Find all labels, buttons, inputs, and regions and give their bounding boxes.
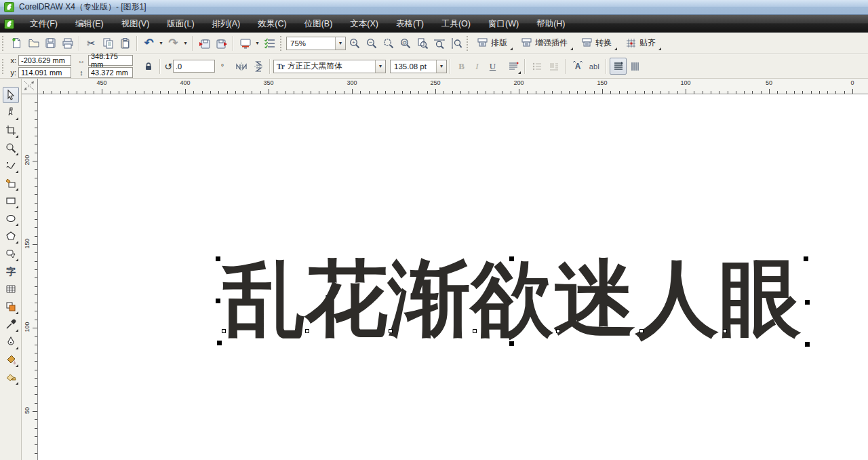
toolbar-grip[interactable] (2, 59, 5, 74)
toolbar-grip[interactable] (467, 36, 469, 51)
selection-handle-bottom-right[interactable] (805, 342, 810, 347)
mirror-vertical-button[interactable] (250, 58, 267, 75)
mirror-horizontal-button[interactable] (233, 58, 250, 75)
text-alignment-button[interactable] (505, 58, 521, 75)
selection-handle-top-left[interactable] (216, 256, 220, 261)
zoom-to-height-button[interactable] (448, 35, 465, 52)
toolbar-grip[interactable] (280, 36, 283, 51)
new-document-button[interactable] (8, 35, 25, 52)
paste-button[interactable] (117, 35, 134, 52)
font-combo-dropdown[interactable]: ▾ (375, 60, 385, 73)
text-tool[interactable]: 字 (3, 263, 19, 280)
selection-handle-bottom-left[interactable] (217, 341, 222, 345)
character-node[interactable] (556, 329, 560, 333)
print-button[interactable] (59, 35, 76, 52)
redo-dropdown[interactable]: ▾ (182, 40, 189, 46)
cut-button[interactable]: ✂ (83, 35, 100, 52)
bold-button[interactable]: B (454, 59, 469, 73)
horizontal-text-button[interactable] (610, 58, 627, 75)
toolbar-grip[interactable] (2, 36, 5, 51)
zoom-to-width-button[interactable] (431, 35, 448, 52)
character-formatting-button[interactable]: A (569, 58, 586, 75)
zoom-out-button[interactable]: − (363, 35, 380, 52)
pick-tool[interactable] (3, 87, 19, 103)
zoom-all-objects-button[interactable]: @ (397, 35, 414, 52)
bulleted-list-button[interactable] (528, 58, 545, 75)
ellipse-tool[interactable] (3, 210, 19, 227)
import-button[interactable] (196, 35, 213, 52)
italic-button[interactable]: I (469, 59, 485, 73)
rotation-angle-input[interactable]: .0 (173, 60, 215, 73)
outline-pen-tool[interactable] (3, 334, 19, 350)
character-node[interactable] (639, 329, 644, 333)
rectangle-tool[interactable] (3, 193, 19, 209)
copy-button[interactable] (100, 35, 117, 52)
menu-item-2[interactable]: 视图(V) (113, 16, 159, 33)
undo-button[interactable]: ↶ (140, 35, 157, 52)
menu-item-9[interactable]: 工具(O) (433, 16, 479, 33)
shape-tool[interactable] (3, 104, 19, 121)
open-button[interactable] (25, 35, 42, 52)
zoom-to-page-button[interactable] (414, 35, 431, 52)
zoom-level-combo[interactable]: 75% ▾ (286, 37, 346, 50)
font-family-combo[interactable]: Tr 方正正大黑简体 ▾ (273, 60, 386, 73)
edit-text-button[interactable]: abI (586, 58, 603, 75)
application-launcher-button[interactable] (237, 35, 254, 52)
menu-item-4[interactable]: 排列(A) (203, 16, 250, 33)
menu-item-3[interactable]: 版面(L) (158, 16, 203, 33)
export-button[interactable] (213, 35, 230, 52)
redo-button[interactable]: ↷ (165, 35, 182, 52)
basic-shapes-tool[interactable] (3, 246, 19, 262)
menu-item-6[interactable]: 位图(B) (296, 16, 342, 33)
horizontal-ruler[interactable]: 450400350300250200150100500 (38, 79, 868, 94)
menu-item-7[interactable]: 文本(X) (341, 16, 387, 33)
menu-item-1[interactable]: 编辑(E) (66, 16, 113, 33)
menu-item-8[interactable]: 表格(T) (387, 16, 433, 33)
welcome-screen-button[interactable] (261, 35, 278, 52)
object-width-input[interactable]: 348.175 mm (88, 55, 133, 66)
selection-handle-top-middle[interactable] (509, 256, 514, 261)
menu-item-11[interactable]: 帮助(H) (528, 16, 574, 33)
ruler-origin[interactable] (22, 79, 38, 94)
selection-center-marker[interactable]: × (507, 297, 511, 305)
launcher-dropdown[interactable]: ▾ (254, 40, 261, 46)
character-node[interactable] (723, 329, 727, 333)
character-node[interactable] (222, 329, 226, 333)
selection-handle-middle-left[interactable] (216, 299, 220, 303)
zoom-in-button[interactable]: + (346, 35, 363, 52)
selection-handle-bottom-middle[interactable] (509, 341, 514, 346)
table-tool[interactable] (3, 281, 19, 297)
character-node[interactable] (305, 329, 309, 333)
object-height-input[interactable]: 43.372 mm (88, 67, 133, 78)
crop-tool[interactable] (3, 122, 19, 138)
zoom-tool[interactable] (3, 140, 19, 156)
smart-fill-tool[interactable] (3, 175, 19, 191)
plugin-button-snap[interactable]: 贴齐 (621, 35, 660, 51)
fill-tool[interactable] (3, 351, 19, 368)
character-node[interactable] (389, 329, 393, 333)
y-position-input[interactable]: 114.091 mm (18, 67, 71, 78)
drawing-canvas[interactable]: 乱花渐欲迷人眼 × (38, 94, 868, 460)
font-size-dropdown[interactable]: ▾ (436, 60, 446, 73)
plugin-button-convert[interactable]: 转换 (577, 35, 616, 51)
zoom-combo-dropdown[interactable]: ▾ (335, 37, 345, 50)
polygon-tool[interactable] (3, 228, 19, 244)
plugin-button-enhance[interactable]: 增强插件 (517, 35, 572, 51)
interactive-blend-tool[interactable] (3, 299, 19, 315)
zoom-selected-button[interactable] (380, 35, 397, 52)
lock-ratio-button[interactable] (140, 58, 157, 75)
vertical-text-button[interactable] (627, 58, 644, 75)
save-button[interactable] (42, 35, 59, 52)
plugin-button-typeset[interactable]: 排版 (473, 35, 511, 51)
menu-item-10[interactable]: 窗口(W) (479, 16, 528, 33)
drop-cap-button[interactable] (545, 58, 562, 75)
font-size-combo[interactable]: 135.08 pt ▾ (390, 60, 447, 73)
x-position-input[interactable]: -203.629 mm (18, 55, 71, 66)
selection-handle-top-right[interactable] (804, 256, 808, 261)
menu-item-0[interactable]: 文件(F) (21, 16, 66, 33)
vertical-ruler[interactable]: 20015010050 (22, 94, 38, 460)
undo-dropdown[interactable]: ▾ (157, 40, 165, 46)
character-node[interactable] (473, 329, 477, 333)
selection-handle-middle-right[interactable] (805, 300, 810, 305)
eyedropper-tool[interactable] (3, 316, 19, 332)
